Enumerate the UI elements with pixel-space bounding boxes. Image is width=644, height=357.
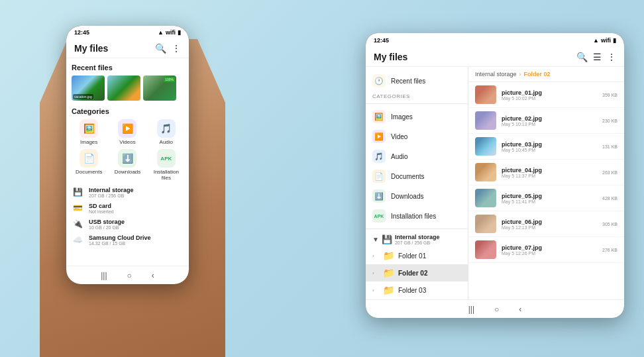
file-row-2[interactable]: picture_02.jpg May 5 10:13 PM 230 KB <box>468 108 624 134</box>
cloud-info: Samsung Cloud Drive 14.32 GB / 15 GB <box>89 234 184 246</box>
file-row-6[interactable]: picture_06.jpg May 5 12:13 PM 305 KB <box>468 211 624 237</box>
pane-recent-files[interactable]: 🕐 Recent files <box>366 71 468 91</box>
internal-storage-row-info: Internal storage 207 GB / 256 GB <box>395 234 461 245</box>
pane-installation-icon: APK <box>372 209 386 223</box>
cat-item-audio[interactable]: 🎵 Audio <box>149 119 184 145</box>
nav-back-right[interactable]: ‹ <box>519 305 521 314</box>
thumb-relaxing[interactable]: 100% <box>143 76 176 101</box>
folder02-label: Folder 02 <box>398 270 461 277</box>
pane-downloads-label: Downloads <box>391 193 423 200</box>
folder-03-row[interactable]: › 📁 Folder 03 <box>366 281 468 299</box>
cat-item-documents[interactable]: 📄 Documents <box>72 149 106 181</box>
time-right: 12:45 <box>374 37 389 44</box>
cat-label-downloads: Downloads <box>115 169 141 175</box>
categories-grid: 🖼️ Images ▶️ Videos 🎵 Audio 📄 Documents … <box>72 119 184 181</box>
more-icon-left[interactable]: ⋮ <box>172 43 181 54</box>
folder-02-row[interactable]: › 📁 Folder 02 <box>366 264 468 281</box>
time-left: 12:45 <box>74 29 89 36</box>
internal-storage-info: Internal storage 207 GB / 256 GB <box>89 187 184 198</box>
folder-01-row[interactable]: › 📁 Folder 01 <box>366 247 468 264</box>
cloud-name: Samsung Cloud Drive <box>89 234 184 241</box>
cat-item-images[interactable]: 🖼️ Images <box>72 119 106 145</box>
pane-audio[interactable]: 🎵 Audio <box>366 146 468 166</box>
cat-item-installation[interactable]: APK Installation files <box>149 149 184 181</box>
internal-storage-expand[interactable]: ▼ 💾 Internal storage 207 GB / 256 GB <box>366 232 468 247</box>
thumb-vacation[interactable]: vacation.jpg <box>72 76 105 101</box>
folder01-label: Folder 01 <box>398 252 461 260</box>
storage-usb[interactable]: 🔌 USB storage 10 GB / 20 GB <box>72 218 184 230</box>
header-icons-left: 🔍 ⋮ <box>155 43 181 54</box>
file-name-2: picture_02.jpg <box>502 115 597 122</box>
file-row-5[interactable]: picture_05.jpg May 5 11:41 PM 428 KB <box>468 185 624 211</box>
cat-label-documents: Documents <box>76 169 102 175</box>
file-name-4: picture_04.jpg <box>502 167 597 174</box>
nav-recents-left[interactable]: ||| <box>101 271 107 280</box>
cat-icon-downloads: ⬇️ <box>118 149 136 168</box>
usb-size: 10 GB / 20 GB <box>89 225 184 230</box>
right-pane: Internal storage › Folder 02 picture_01.… <box>468 67 624 299</box>
pane-documents[interactable]: 📄 Documents <box>366 166 468 186</box>
file-size-1: 359 KB <box>602 93 617 97</box>
thumb-vacation-label: vacation.jpg <box>73 94 93 99</box>
pane-documents-icon: 📄 <box>372 170 386 183</box>
file-date-5: May 5 11:41 PM <box>502 199 597 204</box>
file-info-6: picture_06.jpg May 5 12:13 PM <box>502 219 597 230</box>
storage-sdcard[interactable]: 💳 SD card Not inserted <box>72 202 184 214</box>
cloud-size: 14.32 GB / 15 GB <box>89 241 184 246</box>
storage-list-left: 💾 Internal storage 207 GB / 256 GB 💳 SD … <box>72 186 184 246</box>
thumb-summer[interactable] <box>107 76 140 101</box>
cat-item-videos[interactable]: ▶️ Videos <box>110 119 144 145</box>
file-name-5: picture_05.jpg <box>502 193 597 199</box>
file-date-6: May 5 12:13 PM <box>502 225 597 230</box>
pane-images[interactable]: 🖼️ Images <box>366 107 468 127</box>
file-thumb-5 <box>475 189 496 207</box>
file-date-7: May 5 12:26 PM <box>502 251 597 256</box>
search-icon-right[interactable]: 🔍 <box>576 52 588 62</box>
file-thumb-7 <box>475 240 496 259</box>
file-thumb-3 <box>475 137 496 156</box>
file-size-4: 263 KB <box>602 170 617 175</box>
file-size-5: 428 KB <box>602 196 617 201</box>
more-icon-right[interactable]: ⋮ <box>607 52 616 62</box>
cat-label-installation: Installation files <box>149 169 184 181</box>
nav-home-left[interactable]: ○ <box>127 271 132 280</box>
file-row-4[interactable]: picture_04.jpg May 5 11:37 PM 263 KB <box>468 160 624 185</box>
storage-cloud[interactable]: ☁️ Samsung Cloud Drive 14.32 GB / 15 GB <box>72 234 184 246</box>
internal-storage-size: 207 GB / 256 GB <box>89 193 184 198</box>
nav-recents-right[interactable]: ||| <box>468 305 474 314</box>
folder02-icon: 📁 <box>383 268 394 278</box>
file-row-7[interactable]: picture_07.jpg May 5 12:26 PM 276 KB <box>468 237 624 263</box>
pane-documents-label: Documents <box>391 173 425 180</box>
expand-chevron-internal: ▼ <box>372 236 379 243</box>
percent-badge: 100% <box>164 77 175 82</box>
file-name-6: picture_06.jpg <box>502 219 597 225</box>
list-icon-right[interactable]: ☰ <box>593 52 602 62</box>
file-size-2: 230 KB <box>602 119 617 123</box>
file-info-5: picture_05.jpg May 5 11:41 PM <box>502 193 597 204</box>
file-info-7: picture_07.jpg May 5 12:26 PM <box>502 244 597 256</box>
storage-internal[interactable]: 💾 Internal storage 207 GB / 256 GB <box>72 186 184 198</box>
recent-files-icon: 🕐 <box>372 74 386 87</box>
phone-left: 12:45 ▲ wifi ▮ My files 🔍 ⋮ Recent files… <box>66 26 189 284</box>
app-title-right: My files <box>374 52 407 62</box>
file-row-3[interactable]: picture_03.jpg May 5 10:45 PM 131 KB <box>468 134 624 160</box>
nav-back-left[interactable]: ‹ <box>152 271 154 280</box>
internal-row-name: Internal storage <box>395 234 461 240</box>
status-bar-right: 12:45 ▲ wifi ▮ <box>366 33 624 48</box>
pane-downloads[interactable]: ⬇️ Downloads <box>366 186 468 206</box>
cat-item-downloads[interactable]: ⬇️ Downloads <box>110 149 144 181</box>
folder03-label: Folder 03 <box>398 287 461 294</box>
file-row-1[interactable]: picture_01.jpg May 5 10:02 PM 359 KB <box>468 82 624 108</box>
nav-home-right[interactable]: ○ <box>494 305 499 314</box>
cat-icon-audio: 🎵 <box>157 119 176 138</box>
file-info-1: picture_01.jpg May 5 10:02 PM <box>502 89 597 101</box>
file-thumb-6 <box>475 215 496 233</box>
cat-label-audio: Audio <box>160 139 173 145</box>
pane-video[interactable]: ▶️ Video <box>366 127 468 146</box>
pane-installation[interactable]: APK Installation files <box>366 206 468 226</box>
search-icon-left[interactable]: 🔍 <box>155 43 166 54</box>
file-thumb-1 <box>475 85 496 104</box>
file-info-3: picture_03.jpg May 5 10:45 PM <box>502 141 597 152</box>
pane-video-icon: ▶️ <box>372 130 386 143</box>
internal-row-size: 207 GB / 256 GB <box>395 240 461 245</box>
